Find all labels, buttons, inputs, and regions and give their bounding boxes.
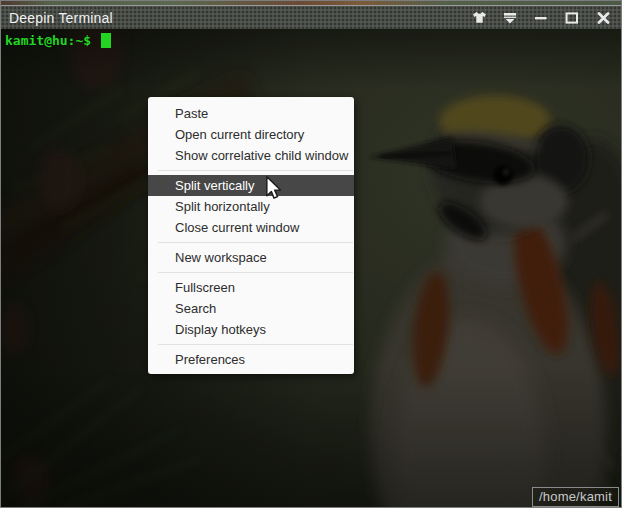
- menu-item-search[interactable]: Search: [148, 298, 354, 319]
- menu-separator: [158, 170, 353, 171]
- shell-prompt[interactable]: kamit@hu:~$: [5, 33, 111, 48]
- menu-item-split-vertically[interactable]: Split vertically: [148, 175, 354, 196]
- menu-separator: [158, 272, 353, 273]
- menu-item-new-workspace[interactable]: New workspace: [148, 247, 354, 268]
- maximize-icon[interactable]: [564, 10, 580, 26]
- prompt-text: kamit@hu:~$: [5, 33, 91, 48]
- titlebar[interactable]: Deepin Terminal: [1, 5, 621, 30]
- context-menu: Paste Open current directory Show correl…: [148, 97, 354, 374]
- menu-item-show-correlative-child-window[interactable]: Show correlative child window: [148, 145, 354, 166]
- menu-separator: [158, 344, 353, 345]
- window-controls: [471, 10, 611, 26]
- window-title: Deepin Terminal: [9, 10, 113, 26]
- menu-item-preferences[interactable]: Preferences: [148, 349, 354, 370]
- theme-tshirt-icon[interactable]: [471, 10, 487, 26]
- menu-item-paste[interactable]: Paste: [148, 103, 354, 124]
- menu-item-display-hotkeys[interactable]: Display hotkeys: [148, 319, 354, 340]
- menu-item-split-horizontally[interactable]: Split horizontally: [148, 196, 354, 217]
- minimize-icon[interactable]: [533, 10, 549, 26]
- menu-item-open-current-directory[interactable]: Open current directory: [148, 124, 354, 145]
- terminal-cursor: [101, 33, 111, 48]
- menu-item-fullscreen[interactable]: Fullscreen: [148, 277, 354, 298]
- menu-item-close-current-window[interactable]: Close current window: [148, 217, 354, 238]
- menu-separator: [158, 242, 353, 243]
- mouse-pointer-icon: [265, 176, 282, 204]
- current-path-hint: /home/kamit: [532, 487, 619, 507]
- deepin-terminal-window: Deepin Terminal: [0, 0, 622, 508]
- close-icon[interactable]: [595, 10, 611, 26]
- dropdown-arrow-icon[interactable]: [502, 10, 518, 26]
